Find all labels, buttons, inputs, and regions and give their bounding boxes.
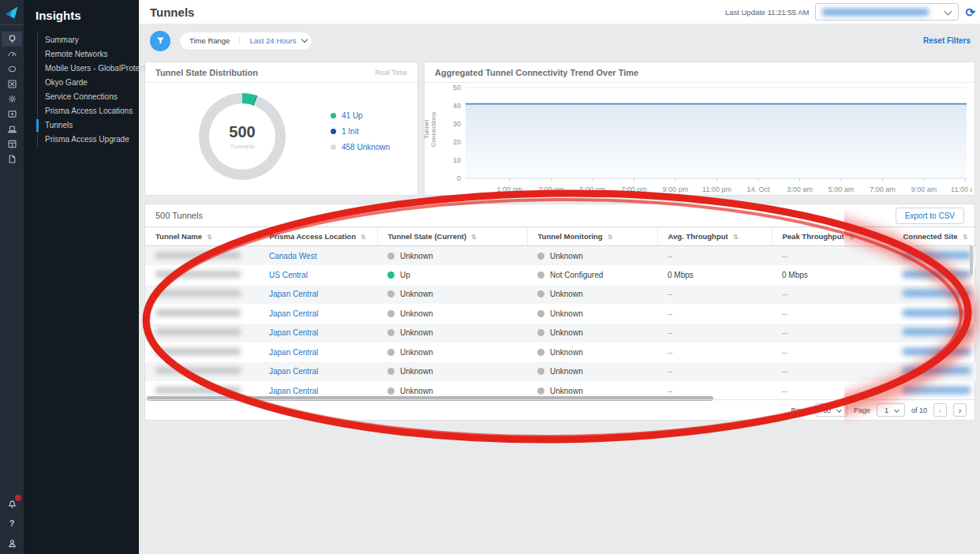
sort-icon[interactable]: ⇅ — [207, 234, 212, 241]
legend-item-up[interactable]: 41 Up — [331, 111, 390, 120]
page-count-label: of 10 — [911, 406, 927, 414]
legend-item-unknown[interactable]: 458 Unknown — [331, 143, 390, 152]
column-header-tunnel-state-current-[interactable]: Tunnel State (Current)⇅ — [377, 227, 527, 246]
location-link[interactable]: Japan Central — [259, 285, 377, 305]
svg-text:50: 50 — [453, 84, 461, 92]
tenant-dropdown[interactable] — [815, 3, 959, 21]
redacted-tunnel-name — [155, 252, 241, 259]
rail-settings-gear-icon[interactable] — [2, 92, 22, 107]
rail-user-profile-icon[interactable] — [4, 537, 20, 549]
connected-site-link[interactable] — [892, 324, 976, 343]
filter-button[interactable] — [150, 31, 170, 51]
sort-icon[interactable]: ⇅ — [733, 234, 739, 241]
sidebar-title: Insights — [24, 0, 139, 30]
connected-site-link[interactable] — [892, 362, 976, 382]
svg-text:11:00 pm: 11:00 pm — [702, 185, 731, 193]
redacted-tunnel-name — [155, 328, 241, 335]
prisma-access-insights-app: ? Insights SummaryRemote NetworksMobile … — [0, 0, 980, 554]
connected-site-link[interactable] — [892, 285, 976, 305]
state-dot — [387, 329, 395, 336]
connected-site-link[interactable] — [892, 304, 976, 324]
tunnel-state-cell: Unknown — [377, 246, 527, 266]
connected-site-link[interactable] — [892, 343, 976, 362]
sort-icon[interactable]: ⇅ — [361, 234, 366, 241]
rows-label: Rows — [791, 406, 809, 414]
column-header-peak-throughput[interactable]: Peak Throughput⇅ — [772, 227, 892, 246]
rail-notifications-bell-icon[interactable] — [4, 497, 20, 510]
redacted-site-name — [903, 290, 971, 297]
table-row[interactable]: US CentralUpNot Configured0 Mbps0 Mbps — [145, 265, 976, 285]
time-range-filter[interactable]: Time Range Last 24 Hours — [179, 32, 312, 51]
next-page-button[interactable]: › — [953, 403, 967, 417]
state-dot — [387, 271, 395, 279]
rail-printer-icon[interactable] — [2, 122, 22, 137]
chevron-down-icon — [894, 407, 900, 413]
column-header-avg-throughput[interactable]: Avg. Throughput⇅ — [657, 227, 772, 246]
table-row[interactable]: Japan CentralUnknownUnknown---- — [145, 362, 976, 382]
legend-dot — [331, 144, 336, 150]
table-row[interactable]: Japan CentralUnknownUnknown---- — [145, 343, 976, 362]
sort-icon[interactable]: ⇅ — [471, 234, 477, 241]
table-row[interactable]: Canada WestUnknownUnknown---- — [145, 246, 976, 266]
column-header-prisma-access-location[interactable]: Prisma Access Location⇅ — [259, 227, 377, 246]
table-row[interactable]: Japan CentralUnknownUnknown---- — [145, 324, 976, 343]
column-header-tunnel-name[interactable]: Tunnel Name⇅ — [145, 227, 259, 246]
chevron-down-icon — [836, 407, 842, 413]
export-to-csv-button[interactable]: Export to CSV — [896, 208, 964, 224]
peak-throughput-cell: 0 Mbps — [772, 265, 892, 285]
tunnel-state-cell: Unknown — [377, 343, 527, 362]
rail-help-question-icon[interactable]: ? — [4, 517, 20, 530]
tenant-name-redacted — [822, 9, 929, 16]
location-link[interactable]: US Central — [259, 265, 377, 285]
sidebar-item-remote-networks[interactable]: Remote Networks — [38, 47, 139, 62]
column-header-connected-site[interactable]: Connected Site⇅ — [892, 227, 976, 246]
rail-layout-panels-icon[interactable] — [2, 137, 22, 152]
location-link[interactable]: Japan Central — [259, 343, 377, 362]
reset-filters-link[interactable]: Reset Filters — [923, 36, 971, 45]
location-link[interactable]: Canada West — [259, 246, 377, 266]
sidebar-item-okyo-garde[interactable]: Okyo Garde — [38, 76, 139, 90]
sidebar-item-tunnels[interactable]: Tunnels — [38, 118, 139, 133]
sidebar-menu: SummaryRemote NetworksMobile Users - Glo… — [37, 33, 139, 147]
location-link[interactable]: Japan Central — [259, 304, 377, 324]
vertical-scrollbar-thumb[interactable] — [970, 245, 973, 275]
state-dot — [387, 368, 395, 375]
rows-per-page-select[interactable]: 50 — [815, 403, 847, 417]
redacted-site-name — [903, 367, 971, 374]
svg-text:14. Oct: 14. Oct — [746, 185, 770, 193]
refresh-icon[interactable]: ⟳ — [965, 6, 975, 18]
previous-page-button[interactable]: ‹ — [933, 403, 947, 417]
location-link[interactable]: Japan Central — [259, 324, 377, 343]
column-header-tunnel-monitoring[interactable]: Tunnel Monitoring⇅ — [527, 227, 657, 246]
sidebar-item-prisma-access-locations[interactable]: Prisma Access Locations — [38, 104, 139, 118]
sidebar-item-service-connections[interactable]: Service Connections — [38, 90, 139, 104]
main-content: Tunnels Last Update 11:21:55 AM ⟳ Time R… — [139, 0, 980, 554]
sidebar-item-summary[interactable]: Summary — [38, 33, 139, 47]
connected-site-link[interactable] — [892, 265, 976, 285]
sort-icon[interactable]: ⇅ — [608, 234, 613, 241]
connected-site-link[interactable] — [892, 246, 976, 266]
page-select[interactable]: 1 — [877, 403, 905, 417]
rail-insights-lightbulb-icon[interactable] — [2, 32, 22, 47]
sidebar-item-mobile-users-globalprotect[interactable]: Mobile Users - GlobalProtect — [38, 62, 139, 76]
sort-icon[interactable]: ⇅ — [849, 234, 855, 241]
legend-item-init[interactable]: 1 Init — [331, 127, 390, 136]
real-time-badge: Real Time — [375, 69, 407, 77]
rail-reports-file-icon[interactable] — [2, 152, 22, 167]
connectivity-trend-line-chart[interactable]: 010203040501:00 pm3:00 pm5:00 pm7:00 pm9… — [431, 81, 972, 197]
tunnel-monitoring-cell: Unknown — [527, 343, 657, 362]
tunnel-state-donut-chart[interactable]: 500 Tunnels — [199, 93, 286, 180]
rail-dashboard-gauge-icon[interactable] — [2, 47, 22, 62]
rail-add-widget-icon[interactable] — [2, 107, 22, 122]
vertical-scrollbar[interactable] — [970, 245, 974, 395]
rail-monitor-ring-icon[interactable] — [2, 62, 22, 77]
app-logo[interactable] — [0, 0, 24, 25]
tunnel-monitoring-cell: Unknown — [527, 362, 657, 382]
sort-icon[interactable]: ⇅ — [963, 234, 968, 241]
table-row[interactable]: Japan CentralUnknownUnknown---- — [145, 285, 976, 305]
sidebar-item-prisma-access-upgrade[interactable]: Prisma Access Upgrade — [38, 133, 139, 147]
monitoring-dot — [537, 310, 544, 317]
table-row[interactable]: Japan CentralUnknownUnknown---- — [145, 304, 976, 324]
rail-apps-grid-icon[interactable] — [2, 77, 22, 92]
location-link[interactable]: Japan Central — [259, 362, 377, 382]
